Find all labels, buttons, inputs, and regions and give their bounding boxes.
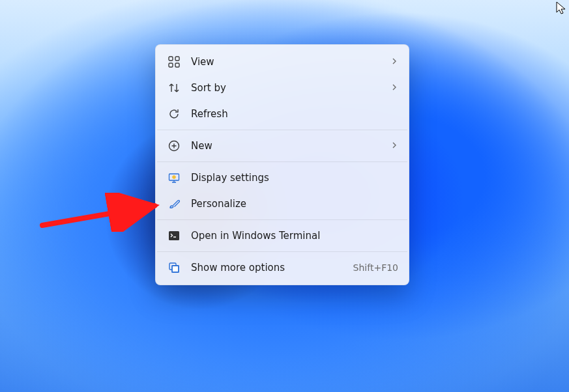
- menu-item-label: Personalize: [191, 199, 398, 209]
- menu-separator: [157, 251, 407, 252]
- menu-item-label: Refresh: [191, 109, 398, 119]
- refresh-icon: [166, 106, 182, 122]
- menu-separator: [157, 130, 407, 130]
- menu-item-show-more-options[interactable]: Show more options Shift+F10: [156, 255, 409, 281]
- menu-item-open-terminal[interactable]: Open in Windows Terminal: [156, 223, 409, 249]
- sort-icon: [166, 80, 182, 96]
- svg-rect-7: [169, 231, 179, 240]
- menu-item-view[interactable]: View: [156, 49, 409, 75]
- mouse-cursor-icon: [556, 1, 566, 14]
- menu-item-new[interactable]: New: [156, 133, 409, 159]
- desktop-wallpaper[interactable]: View Sort by Refresh: [0, 0, 569, 392]
- chevron-right-icon: [390, 82, 398, 94]
- menu-item-personalize[interactable]: Personalize: [156, 191, 409, 217]
- svg-rect-3: [175, 63, 179, 67]
- show-more-icon: [166, 260, 182, 275]
- menu-separator: [157, 219, 407, 220]
- view-grid-icon: [166, 54, 182, 70]
- svg-rect-2: [169, 63, 173, 67]
- svg-rect-0: [169, 57, 173, 61]
- display-settings-icon: [166, 170, 182, 186]
- menu-item-shortcut: Shift+F10: [353, 262, 398, 273]
- menu-item-label: New: [191, 141, 390, 151]
- menu-item-display-settings[interactable]: Display settings: [156, 165, 409, 191]
- menu-item-sort-by[interactable]: Sort by: [156, 75, 409, 101]
- menu-item-label: Open in Windows Terminal: [191, 231, 398, 241]
- svg-line-10: [42, 206, 154, 225]
- svg-point-6: [173, 176, 175, 178]
- menu-separator: [157, 161, 407, 162]
- chevron-right-icon: [390, 140, 398, 152]
- new-plus-icon: [166, 138, 182, 154]
- menu-item-label: Display settings: [191, 173, 398, 183]
- menu-item-label: View: [191, 57, 390, 67]
- menu-item-refresh[interactable]: Refresh: [156, 101, 409, 127]
- menu-item-label: Show more options: [191, 263, 353, 273]
- menu-item-label: Sort by: [191, 83, 390, 93]
- desktop-context-menu: View Sort by Refresh: [155, 44, 409, 285]
- annotation-arrow: [36, 193, 166, 232]
- personalize-brush-icon: [166, 196, 182, 212]
- chevron-right-icon: [390, 56, 398, 68]
- terminal-icon: [166, 228, 182, 244]
- svg-rect-1: [175, 57, 179, 61]
